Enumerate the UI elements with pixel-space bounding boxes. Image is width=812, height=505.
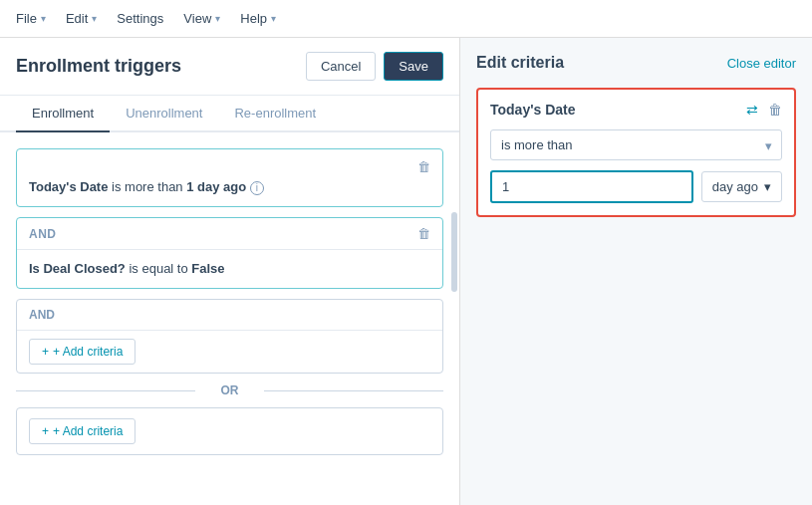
cancel-button[interactable]: Cancel xyxy=(306,52,376,81)
input-row: day ago ▾ xyxy=(490,170,782,203)
todays-date-delete-icon[interactable]: 🗑 xyxy=(417,159,430,174)
operator-select-wrapper: is more than is less than is equal to is… xyxy=(490,129,782,160)
right-panel-title: Edit criteria xyxy=(476,54,564,72)
scroll-track xyxy=(451,212,457,292)
unit-dropdown[interactable]: day ago ▾ xyxy=(701,171,782,202)
panel-title: Enrollment triggers xyxy=(16,56,181,77)
menu-edit-label: Edit xyxy=(66,11,88,26)
edit-card-header: Today's Date ⇄ 🗑 xyxy=(490,102,782,118)
menu-settings-label: Settings xyxy=(117,11,163,26)
tab-unenrollment[interactable]: Unenrollment xyxy=(110,96,218,130)
add-criteria-section: + + Add criteria xyxy=(17,331,442,373)
operator-select[interactable]: is more than is less than is equal to is… xyxy=(490,129,782,160)
todays-date-card: 🗑 Today's Date is more than 1 day ago i xyxy=(17,149,442,206)
bottom-add-group: + + Add criteria xyxy=(16,407,443,455)
add-criteria-label: + Add criteria xyxy=(53,345,123,359)
menu-file[interactable]: File ▾ xyxy=(16,11,46,26)
deal-closed-label: Is Deal Closed? xyxy=(29,261,126,276)
menu-edit[interactable]: Edit ▾ xyxy=(66,11,97,26)
bottom-add-plus: + xyxy=(42,424,49,438)
tab-enrollment[interactable]: Enrollment xyxy=(16,96,110,132)
todays-date-label: Today's Date xyxy=(29,179,108,194)
unit-chevron-icon: ▾ xyxy=(764,179,771,194)
menu-view[interactable]: View ▾ xyxy=(183,11,220,26)
and-group-deal-closed: AND 🗑 Is Deal Closed? is equal to False xyxy=(16,217,443,289)
tab-reenrollment[interactable]: Re-enrollment xyxy=(218,96,332,130)
save-button[interactable]: Save xyxy=(384,52,443,81)
deal-closed-operator: is equal to xyxy=(129,261,191,276)
value-input[interactable] xyxy=(490,170,693,203)
right-panel-header: Edit criteria Close editor xyxy=(476,54,796,72)
bottom-add-criteria-button[interactable]: + + Add criteria xyxy=(29,418,135,444)
close-editor-link[interactable]: Close editor xyxy=(727,56,796,71)
criteria-card-header: 🗑 xyxy=(29,159,430,174)
panel-content: 🗑 Today's Date is more than 1 day ago i … xyxy=(0,132,459,505)
and-label: AND xyxy=(29,227,57,241)
todays-date-operator: is more than xyxy=(112,179,186,194)
menu-view-label: View xyxy=(183,11,211,26)
edit-card-title: Today's Date xyxy=(490,102,576,118)
panel-header: Enrollment triggers Cancel Save xyxy=(0,38,459,96)
main-container: Enrollment triggers Cancel Save Enrollme… xyxy=(0,38,812,505)
deal-closed-text: Is Deal Closed? is equal to False xyxy=(29,260,430,278)
unit-label: day ago xyxy=(712,179,758,194)
add-and-label: AND xyxy=(17,300,442,331)
todays-date-value: 1 day ago xyxy=(186,179,246,194)
todays-date-group: 🗑 Today's Date is more than 1 day ago i xyxy=(16,148,443,207)
menu-settings[interactable]: Settings xyxy=(117,11,163,26)
menu-help-chevron: ▾ xyxy=(271,13,276,24)
edit-card-icons: ⇄ 🗑 xyxy=(746,102,782,118)
bottom-add-label: + Add criteria xyxy=(53,424,123,438)
tabs: Enrollment Unenrollment Re-enrollment xyxy=(0,96,459,132)
top-menu-bar: File ▾ Edit ▾ Settings View ▾ Help ▾ xyxy=(0,0,812,38)
left-panel: Enrollment triggers Cancel Save Enrollme… xyxy=(0,38,460,505)
add-group: AND + + Add criteria xyxy=(16,299,443,374)
add-and-text: AND xyxy=(29,308,55,322)
deal-closed-value: False xyxy=(191,261,224,276)
edit-criteria-card: Today's Date ⇄ 🗑 is more than is less th… xyxy=(476,88,796,217)
and-label-row: AND 🗑 xyxy=(17,218,442,250)
menu-file-chevron: ▾ xyxy=(41,13,46,24)
menu-help[interactable]: Help ▾ xyxy=(240,11,276,26)
right-panel: Edit criteria Close editor Today's Date … xyxy=(460,38,812,505)
swap-icon[interactable]: ⇄ xyxy=(746,102,758,118)
todays-date-text: Today's Date is more than 1 day ago i xyxy=(29,178,430,196)
menu-edit-chevron: ▾ xyxy=(92,13,97,24)
edit-card-delete-icon[interactable]: 🗑 xyxy=(768,102,782,118)
add-criteria-button[interactable]: + + Add criteria xyxy=(29,339,135,365)
and-criteria: Is Deal Closed? is equal to False xyxy=(17,250,442,288)
and-group-delete-icon[interactable]: 🗑 xyxy=(417,226,430,241)
menu-help-label: Help xyxy=(240,11,267,26)
menu-view-chevron: ▾ xyxy=(215,13,220,24)
header-actions: Cancel Save xyxy=(306,52,443,81)
or-divider: OR xyxy=(16,383,443,397)
info-icon[interactable]: i xyxy=(250,181,264,195)
bottom-add-inner: + + Add criteria xyxy=(17,408,442,454)
menu-file-label: File xyxy=(16,11,37,26)
add-criteria-plus: + xyxy=(42,345,49,359)
or-text: OR xyxy=(221,383,239,397)
